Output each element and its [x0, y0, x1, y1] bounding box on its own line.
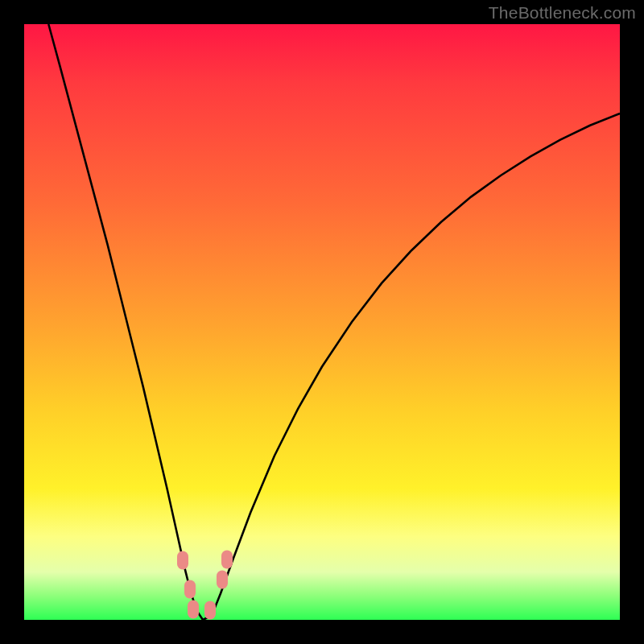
watermark-text: TheBottleneck.com [489, 3, 636, 23]
marker-capsule [188, 600, 199, 618]
marker-capsule [221, 550, 233, 568]
marker-capsule [204, 601, 216, 620]
chart-frame: TheBottleneck.com [0, 0, 644, 644]
right-branch-curve [203, 114, 620, 620]
bottleneck-curves [24, 24, 620, 620]
left-branch-curve [48, 24, 203, 620]
plot-area [24, 24, 620, 620]
marker-capsule [177, 551, 188, 570]
marker-capsule [217, 570, 228, 588]
marker-capsule [184, 580, 196, 598]
